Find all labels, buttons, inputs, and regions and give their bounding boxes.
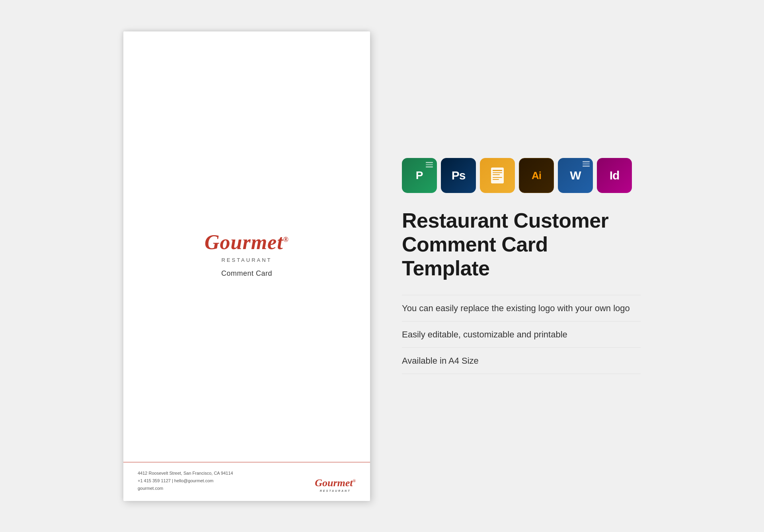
info-feature-1: You can easily replace the existing logo… (402, 295, 641, 322)
footer-logo-name: Gourmet (315, 477, 356, 489)
footer-address-line2: +1 415 359 1127 | hello@gourmet.com (138, 477, 233, 485)
pages-icon (480, 158, 515, 193)
footer-address-line1: 4412 Roosevelt Street, San Francisco, CA… (138, 470, 233, 477)
svg-rect-3 (493, 174, 500, 175)
footer-logo-sub: RESTAURANT (320, 489, 351, 492)
publisher-icon: P (402, 158, 437, 193)
photoshop-icon: Ps (441, 158, 476, 193)
document-footer: 4412 Roosevelt Street, San Francisco, CA… (123, 462, 370, 501)
publisher-icon-lines (426, 162, 433, 168)
indesign-icon: Id (597, 158, 632, 193)
indesign-icon-label: Id (610, 169, 620, 182)
line2 (426, 164, 433, 166)
page-container: Gourmet RESTAURANT Comment Card 4412 Roo… (0, 0, 764, 532)
document-preview: Gourmet RESTAURANT Comment Card 4412 Roo… (123, 31, 370, 501)
line3 (426, 166, 433, 168)
line1 (426, 162, 433, 163)
svg-rect-4 (493, 177, 502, 178)
word-icon-label: W (570, 169, 581, 182)
publisher-icon-label: P (416, 169, 423, 182)
info-feature-3: Available in A4 Size (402, 348, 641, 374)
svg-rect-5 (493, 179, 499, 180)
illustrator-icon-label: Ai (532, 170, 541, 182)
document-footer-logo: Gourmet RESTAURANT (315, 477, 356, 492)
pages-icon-svg (487, 165, 508, 186)
document-footer-address: 4412 Roosevelt Street, San Francisco, CA… (138, 470, 233, 492)
document-logo: Gourmet (205, 230, 289, 254)
footer-address-line3: gourmet.com (138, 485, 233, 492)
document-card-label: Comment Card (221, 269, 272, 278)
document-center-content: Gourmet RESTAURANT Comment Card (205, 230, 289, 278)
info-panel: P Ps (402, 158, 641, 374)
info-features-list: You can easily replace the existing logo… (402, 295, 641, 374)
info-title: Restaurant Customer Comment Card Templat… (402, 209, 641, 280)
svg-rect-2 (493, 172, 502, 173)
svg-rect-1 (493, 170, 502, 171)
word-line2 (583, 164, 590, 165)
info-feature-2: Easily editable, customizable and printa… (402, 322, 641, 348)
document-logo-subtitle: RESTAURANT (221, 257, 272, 263)
word-icon: W (558, 158, 593, 193)
illustrator-icon: Ai (519, 158, 554, 193)
word-line1 (583, 161, 590, 162)
software-icons-row: P Ps (402, 158, 641, 193)
word-icon-lines (583, 161, 590, 167)
photoshop-icon-label: Ps (452, 169, 466, 182)
word-line3 (583, 166, 590, 167)
